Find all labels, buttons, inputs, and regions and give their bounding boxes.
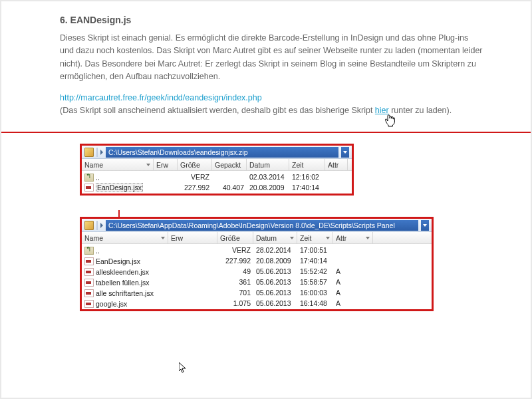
- chevron-right-icon: [100, 150, 103, 155]
- col-packed[interactable]: Gepackt: [212, 159, 247, 170]
- cell-name: google.jsx: [82, 299, 168, 308]
- file-name: ..: [96, 247, 100, 255]
- parent-folder-icon: [84, 247, 94, 255]
- archive-path[interactable]: C:\Users\Stefan\Downloads\eandesignjsx.z…: [106, 147, 338, 158]
- col-date[interactable]: Datum: [253, 232, 297, 243]
- file-name: google.jsx: [96, 300, 127, 308]
- article-body: 6. EANDesign.js Dieses Skript ist einach…: [1, 1, 531, 132]
- cell-size: VERZ: [217, 246, 253, 254]
- path-dropdown-icon[interactable]: [421, 220, 429, 231]
- note-pre: (Das Skript soll anscheinend aktualisier…: [60, 106, 375, 115]
- table-row[interactable]: EanDesign.jsx227.99240.40720.08.200917:4…: [82, 182, 352, 193]
- cell-date: 20.08.2009: [247, 184, 289, 192]
- col-attr[interactable]: Attr: [325, 159, 348, 170]
- panel-rows: ..VERZ28.02.201417:00:51EanDesign.jsx227…: [82, 244, 432, 309]
- table-row[interactable]: tabellen füllen.jsx36105.06.201315:58:57…: [82, 277, 432, 287]
- cell-time: 15:58:57: [297, 278, 333, 286]
- archive-rows: ..VERZ02.03.201412:16:02EanDesign.jsx227…: [82, 171, 352, 194]
- cell-size: VERZ: [178, 173, 212, 181]
- chevron-right-icon: [100, 223, 103, 228]
- cell-attr: A: [333, 289, 373, 297]
- paragraph-description: Dieses Skript ist einach genial. Es ermö…: [60, 32, 484, 84]
- note-post: runter zu laden).: [389, 106, 452, 115]
- paragraph-link: http://marcautret.free.fr/geek/indd/eand…: [60, 92, 484, 118]
- col-date[interactable]: Datum: [247, 159, 289, 170]
- cell-size: 1.075: [217, 299, 253, 307]
- file-name: alleskleenden.jsx: [96, 268, 149, 276]
- col-name[interactable]: Name: [82, 232, 168, 243]
- cell-attr: A: [333, 278, 373, 286]
- cell-attr: A: [333, 299, 373, 307]
- cell-size: 227.992: [178, 184, 212, 192]
- cell-attr: A: [333, 267, 373, 275]
- col-time[interactable]: Zeit: [297, 232, 333, 243]
- scripts-panel-window: C:\Users\Stefan\AppData\Roaming\Adobe\In…: [80, 217, 434, 311]
- file-name: alle schriftarten.jsx: [96, 289, 154, 297]
- jsx-file-icon: [84, 257, 94, 265]
- titlebar-separator: [96, 148, 98, 157]
- cell-time: 17:40:14: [297, 257, 333, 265]
- jsx-file-icon: [84, 300, 94, 308]
- section-heading: 6. EANDesign.js: [60, 15, 484, 25]
- cell-date: 20.08.2009: [253, 257, 297, 265]
- file-name: EanDesign.jsx: [96, 257, 140, 265]
- cell-time: 17:40:14: [289, 184, 325, 192]
- cell-time: 17:00:51: [297, 246, 333, 254]
- col-erw[interactable]: Erw: [154, 159, 178, 170]
- cell-name: alleskleenden.jsx: [82, 267, 168, 276]
- cell-name: ..: [82, 246, 168, 255]
- jsx-file-icon: [84, 289, 94, 297]
- download-here-link[interactable]: hier: [375, 106, 389, 115]
- cell-name: EanDesign.jsx: [82, 257, 168, 265]
- cell-name: ..: [82, 173, 154, 182]
- titlebar-separator: [96, 221, 98, 230]
- cell-time: 16:14:48: [297, 299, 333, 307]
- cell-name: alle schriftarten.jsx: [82, 289, 168, 297]
- archive-column-headers: Name Erw Größe Gepackt Datum Zeit Attr: [82, 159, 352, 171]
- archive-window: C:\Users\Stefan\Downloads\eandesignjsx.z…: [80, 144, 354, 196]
- file-name: ..: [96, 174, 100, 182]
- cell-packed: 40.407: [212, 184, 247, 192]
- cell-size: 361: [217, 278, 253, 286]
- cell-date: 05.06.2013: [253, 299, 297, 307]
- file-name: tabellen füllen.jsx: [96, 279, 150, 287]
- cell-name: EanDesign.jsx: [82, 183, 154, 192]
- script-source-link[interactable]: http://marcautret.free.fr/geek/indd/eand…: [60, 93, 262, 102]
- col-size[interactable]: Größe: [178, 159, 212, 170]
- cell-size: 49: [217, 267, 253, 275]
- file-name: EanDesign.jsx: [96, 183, 143, 192]
- jsx-file-icon: [84, 184, 94, 192]
- table-row[interactable]: ..VERZ02.03.201412:16:02: [82, 172, 352, 182]
- parent-folder-icon: [84, 174, 94, 182]
- cell-name: tabellen füllen.jsx: [82, 278, 168, 287]
- col-attr[interactable]: Attr: [333, 232, 373, 243]
- cell-date: 28.02.2014: [253, 246, 297, 254]
- cell-size: 227.992: [217, 257, 253, 265]
- table-row[interactable]: ..VERZ28.02.201417:00:51: [82, 245, 432, 255]
- col-erw[interactable]: Erw: [168, 232, 217, 243]
- archive-titlebar: C:\Users\Stefan\Downloads\eandesignjsx.z…: [82, 146, 352, 159]
- jsx-file-icon: [84, 279, 94, 287]
- path-dropdown-icon[interactable]: [341, 147, 349, 158]
- col-time[interactable]: Zeit: [289, 159, 325, 170]
- arrow-cursor-icon: [179, 362, 187, 374]
- cell-date: 05.06.2013: [253, 267, 297, 275]
- cell-size: 701: [217, 289, 253, 297]
- panel-path[interactable]: C:\Users\Stefan\AppData\Roaming\Adobe\In…: [106, 220, 418, 231]
- cell-time: 12:16:02: [289, 173, 325, 181]
- jsx-file-icon: [84, 268, 94, 276]
- table-row[interactable]: alle schriftarten.jsx70105.06.201316:00:…: [82, 287, 432, 298]
- cell-date: 02.03.2014: [247, 173, 289, 181]
- folder-icon: [84, 148, 94, 157]
- table-row[interactable]: google.jsx1.07505.06.201316:14:48A: [82, 298, 432, 309]
- cell-date: 05.06.2013: [253, 289, 297, 297]
- col-size[interactable]: Größe: [217, 232, 253, 243]
- cell-date: 05.06.2013: [253, 278, 297, 286]
- folder-icon: [84, 221, 94, 230]
- cell-time: 16:00:03: [297, 289, 333, 297]
- table-row[interactable]: EanDesign.jsx227.99220.08.200917:40:14: [82, 255, 432, 266]
- col-name[interactable]: Name: [82, 159, 154, 170]
- cell-time: 15:52:42: [297, 267, 333, 275]
- screenshot-area: C:\Users\Stefan\Downloads\eandesignjsx.z…: [1, 133, 531, 325]
- table-row[interactable]: alleskleenden.jsx4905.06.201315:52:42A: [82, 266, 432, 277]
